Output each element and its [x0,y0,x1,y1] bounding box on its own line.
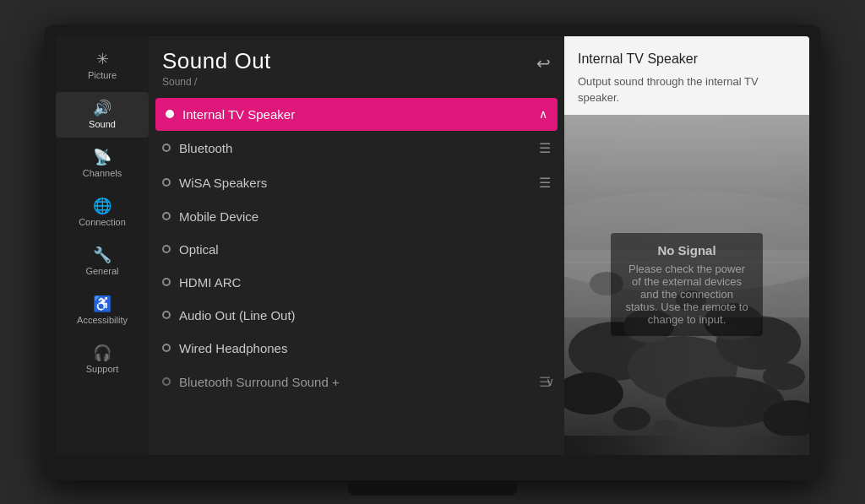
sidebar-label-connection: Connection [79,217,126,227]
tv-outer: ✳ Picture 🔊 Sound 📡 Channels 🌐 Connectio… [44,24,821,480]
sidebar: ✳ Picture 🔊 Sound 📡 Channels 🌐 Connectio… [56,36,149,455]
sidebar-item-support[interactable]: 🎧 Support [56,337,149,382]
svg-point-14 [653,420,678,435]
radio-dot-hdmi [162,278,171,286]
menu-item-wisa-speakers[interactable]: WiSA Speakers ☰ [149,165,564,200]
support-icon: 🎧 [93,345,112,360]
svg-point-13 [613,407,650,431]
menu-label-wisa-speakers: WiSA Speakers [179,176,267,190]
radio-dot-bluetooth [162,144,171,152]
sidebar-item-sound[interactable]: 🔊 Sound [56,92,149,138]
menu-list: Internal TV Speaker ∧ Bluetooth ☰ WiSA S… [149,95,564,455]
no-signal-message: Please check the power of the external d… [624,263,749,326]
radio-dot-bt-surround [162,377,171,386]
tv-stand [348,480,517,496]
menu-label-bt-surround: Bluetooth Surround Sound + [179,375,340,389]
menu-label-wired-headphones: Wired Headphones [179,341,287,355]
menu-item-wired-headphones[interactable]: Wired Headphones [149,332,564,365]
menu-label-internal-tv-speaker: Internal TV Speaker [182,107,295,122]
menu-label-audio-out: Audio Out (Line Out) [179,308,296,322]
header: Sound Out Sound / ↩ [149,36,564,95]
preview-image: No Signal Please check the power of the … [564,115,809,455]
header-left: Sound Out Sound / [162,48,271,88]
preview-panel: Internal TV Speaker Output sound through… [564,36,809,455]
sidebar-item-picture[interactable]: ✳ Picture [56,43,149,89]
page-title: Sound Out [162,48,271,74]
menu-item-hdmi-arc[interactable]: HDMI ARC [149,266,564,299]
connection-icon: 🌐 [93,198,112,214]
menu-label-hdmi-arc: HDMI ARC [179,275,241,290]
menu-item-internal-tv-speaker[interactable]: Internal TV Speaker ∧ [155,98,558,131]
preview-title: Internal TV Speaker [578,51,796,67]
radio-dot-wired [162,344,171,352]
menu-icon-wisa: ☰ [539,175,551,191]
chevron-up-icon: ∧ [539,107,547,121]
back-button[interactable]: ↩ [536,53,551,73]
channels-icon: 📡 [93,149,112,165]
svg-point-11 [763,363,805,390]
no-signal-overlay: No Signal Please check the power of the … [611,233,763,336]
radio-dot-audio-out [162,311,171,319]
no-signal-title: No Signal [624,243,749,257]
sound-icon: 🔊 [93,100,112,116]
sidebar-label-sound: Sound [89,119,116,129]
menu-item-audio-out[interactable]: Audio Out (Line Out) [149,299,564,332]
tv-screen: ✳ Picture 🔊 Sound 📡 Channels 🌐 Connectio… [56,36,809,455]
preview-info: Internal TV Speaker Output sound through… [564,36,809,115]
menu-icon-bluetooth: ☰ [539,140,551,156]
sidebar-label-picture: Picture [88,70,117,80]
menu-label-optical: Optical [179,242,219,257]
sidebar-label-support: Support [86,364,119,374]
radio-dot-wisa [162,178,171,187]
sidebar-item-accessibility[interactable]: ♿ Accessibility [56,288,149,333]
preview-description: Output sound through the internal TV spe… [578,73,796,106]
sidebar-label-channels: Channels [83,168,122,178]
menu-label-bluetooth: Bluetooth [179,141,232,155]
sidebar-item-connection[interactable]: 🌐 Connection [56,190,149,236]
menu-item-optical[interactable]: Optical [149,233,564,266]
radio-dot-optical [162,245,171,253]
sidebar-label-general: General [85,266,118,276]
sidebar-label-accessibility: Accessibility [77,315,128,325]
main-content: Sound Out Sound / ↩ Internal TV Speaker … [149,36,564,455]
breadcrumb: Sound / [162,76,271,88]
accessibility-icon: ♿ [93,296,112,312]
menu-label-mobile-device: Mobile Device [179,209,258,224]
picture-icon: ✳ [96,51,109,67]
radio-dot-mobile [162,212,171,220]
menu-item-bt-surround[interactable]: Bluetooth Surround Sound + ☰ ∨ [149,365,564,399]
menu-item-mobile-device[interactable]: Mobile Device [149,200,564,233]
chevron-down-icon: ∨ [546,375,554,388]
sidebar-item-general[interactable]: 🔧 General [56,239,149,285]
sidebar-item-channels[interactable]: 📡 Channels [56,141,149,187]
menu-item-bluetooth[interactable]: Bluetooth ☰ [149,131,564,165]
general-icon: 🔧 [93,247,112,263]
radio-dot-internal [166,110,174,118]
